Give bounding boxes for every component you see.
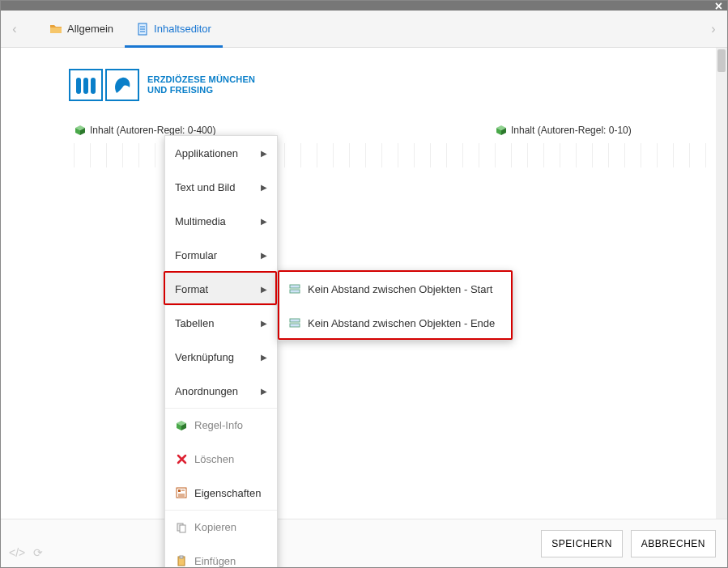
format-icon [288,316,301,329]
menu-label: Anordnungen [175,385,238,397]
svg-rect-4 [76,78,81,94]
copy-icon [175,521,188,534]
dialog-frame: × ‹ Allgemein Inhaltseditor › [0,0,728,568]
brand-line1: ERZDIÖZESE MÜNCHEN [147,74,255,85]
menu-label: Löschen [194,453,234,465]
brand-line2: UND FREISING [147,85,255,95]
context-menu: Applikationen ▶ Text und Bild ▶ Multimed… [164,135,278,568]
svg-rect-26 [290,290,300,293]
menu-label: Eigenschaften [194,487,261,499]
menu-label: Applikationen [175,147,238,159]
submenu-format: Kein Abstand zwischen Objekten - Start K… [278,271,513,341]
menu-kopieren[interactable]: Kopieren [165,510,277,544]
section-header-right: Inhalt (Autoren-Regel: 0-10) [495,124,708,137]
svg-rect-22 [180,525,185,532]
format-icon [288,282,301,295]
svg-rect-27 [290,319,300,322]
menu-tabellen[interactable]: Tabellen ▶ [165,306,277,340]
svg-rect-25 [290,285,300,288]
code-icon[interactable]: </> [9,546,25,559]
section-header-left: Inhalt (Autoren-Regel: 0-400) [74,124,495,137]
menu-verknuepfung[interactable]: Verknüpfung ▶ [165,340,277,374]
menu-format[interactable]: Format ▶ [165,272,277,306]
cube-icon [175,419,188,432]
menu-label: Einfügen [194,555,236,567]
vertical-scrollbar[interactable] [716,48,727,519]
logo-towers-icon [69,69,103,101]
submenu-kein-abstand-ende[interactable]: Kein Abstand zwischen Objekten - Ende [279,306,512,340]
svg-rect-5 [83,78,88,94]
menu-einfuegen[interactable]: Einfügen [165,544,277,568]
section-label: Inhalt (Autoren-Regel: 0-400) [90,125,215,136]
tab-allgemein[interactable]: Allgemein [38,11,125,48]
save-button[interactable]: SPEICHERN [541,530,623,557]
chevron-right-icon: ▶ [261,149,267,158]
paste-icon [175,554,188,567]
menu-label: Regel-Info [194,419,243,431]
menu-eigenschaften[interactable]: Eigenschaften [165,476,277,510]
chevron-right-icon: ▶ [261,387,267,396]
submenu-kein-abstand-start[interactable]: Kein Abstand zwischen Objekten - Start [279,272,512,306]
menu-applikationen[interactable]: Applikationen ▶ [165,136,277,170]
svg-rect-17 [178,490,181,492]
logo-moor-icon [105,69,139,101]
cancel-button[interactable]: ABBRECHEN [631,530,716,557]
menu-multimedia[interactable]: Multimedia ▶ [165,204,277,238]
properties-icon [175,486,188,499]
tab-bar: ‹ Allgemein Inhaltseditor › [1,11,727,48]
svg-rect-24 [180,556,183,558]
submenu-label: Kein Abstand zwischen Objekten - Ende [308,317,495,329]
menu-label: Formular [175,249,217,261]
chevron-right-icon: ▶ [261,217,267,226]
cube-icon [495,124,508,137]
svg-rect-6 [91,78,96,94]
tab-inhaltseditor[interactable]: Inhaltseditor [125,11,223,48]
folder-icon [49,23,62,36]
brand-text: ERZDIÖZESE MÜNCHEN UND FREISING [147,74,255,95]
chevron-right-icon: ▶ [261,285,267,294]
dialog-titlebar: × [1,1,727,11]
svg-rect-28 [290,324,300,327]
menu-text-und-bild[interactable]: Text und Bild ▶ [165,170,277,204]
section-label: Inhalt (Autoren-Regel: 0-10) [511,125,632,136]
menu-regel-info[interactable]: Regel-Info [165,408,277,442]
tab-label: Allgemein [67,23,113,35]
tab-label: Inhaltseditor [154,23,211,35]
section-headers: Inhalt (Autoren-Regel: 0-400) Inhalt (Au… [1,109,716,140]
footer-tools: </> ⟳ [9,546,43,559]
refresh-icon[interactable]: ⟳ [33,546,43,559]
brand-logo [69,69,139,101]
cube-icon [74,124,87,137]
tab-scroll-right[interactable]: › [706,22,721,36]
tab-scroll-left[interactable]: ‹ [7,22,22,36]
menu-label: Multimedia [175,215,226,227]
chevron-right-icon: ▶ [261,183,267,192]
menu-loeschen[interactable]: Löschen [165,442,277,476]
dialog-footer: SPEICHERN ABBRECHEN [1,519,727,567]
menu-anordnungen[interactable]: Anordnungen ▶ [165,374,277,408]
document-icon [136,23,149,36]
brand-header: ERZDIÖZESE MÜNCHEN UND FREISING [1,48,716,109]
menu-label: Verknüpfung [175,351,234,363]
chevron-right-icon: ▶ [261,319,267,328]
menu-label: Format [175,283,208,295]
chevron-right-icon: ▶ [261,251,267,260]
scroll-thumb[interactable] [717,49,726,72]
menu-label: Tabellen [175,317,214,329]
delete-icon [175,452,188,465]
menu-formular[interactable]: Formular ▶ [165,238,277,272]
menu-label: Kopieren [194,521,236,533]
menu-label: Text und Bild [175,181,235,193]
submenu-label: Kein Abstand zwischen Objekten - Start [308,283,492,295]
chevron-right-icon: ▶ [261,353,267,362]
